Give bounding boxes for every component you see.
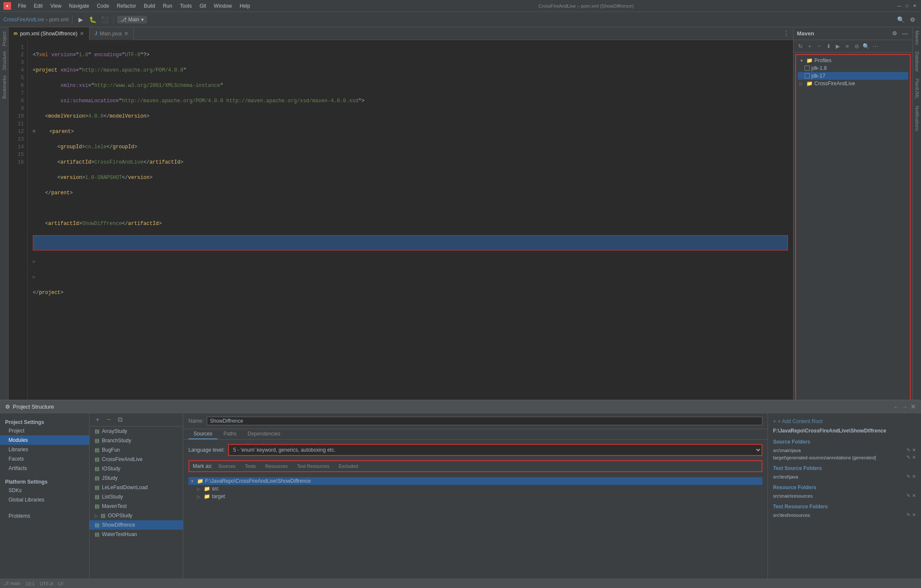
dialog-nav-forward[interactable]: → — [902, 404, 908, 410]
nav-global-libraries[interactable]: Global Libraries — [0, 495, 89, 504]
menu-navigate[interactable]: Navigate — [66, 2, 93, 10]
maven-more-icon[interactable]: ⋯ — [871, 42, 880, 50]
name-input[interactable] — [207, 417, 762, 425]
maven-crossfire-item[interactable]: ▷ 📁 CrossFireAndLive — [798, 80, 908, 87]
dialog-close-button[interactable]: ✕ — [910, 403, 916, 411]
mark-resources-button[interactable]: Resources — [262, 463, 291, 470]
nav-artifacts[interactable]: Artifacts — [0, 464, 89, 473]
module-crossfire[interactable]: ▤ CrossFireAndLive — [90, 455, 183, 464]
menu-refactor[interactable]: Refactor — [113, 2, 139, 10]
menu-run[interactable]: Run — [159, 2, 176, 10]
module-oop-study[interactable]: ▷ ▤ OOPStudy — [90, 511, 183, 520]
module-bug-fun[interactable]: ▤ BugFun — [90, 445, 183, 455]
menu-view[interactable]: View — [47, 2, 65, 10]
menu-window[interactable]: Window — [210, 2, 235, 10]
menu-file[interactable]: File — [14, 2, 29, 10]
minimize-button[interactable]: — — [896, 3, 902, 9]
jdk17-checkbox[interactable] — [805, 73, 810, 78]
right-tab-plantuml[interactable]: PlantUML — [913, 75, 921, 102]
nav-problems[interactable]: Problems — [0, 511, 89, 521]
root-folder-row[interactable]: ▼ 📁 F:\JavaRepo\CrossFireAndLive\ShowDif… — [188, 477, 762, 485]
menu-tools[interactable]: Tools — [177, 2, 195, 10]
nav-modules[interactable]: Modules — [0, 435, 89, 445]
mark-tests-button[interactable]: Tests — [241, 463, 259, 470]
module-array-study[interactable]: ▤ ArrayStudy — [90, 427, 183, 436]
project-tab[interactable]: Project — [0, 29, 9, 49]
maximize-button[interactable]: □ — [904, 3, 910, 9]
maven-run-icon[interactable]: ▶ — [834, 42, 842, 50]
maven-add-icon[interactable]: + — [805, 42, 814, 50]
maven-jdk17-item[interactable]: jdk-17 — [798, 72, 908, 80]
module-maven-test[interactable]: ▤ MavenTest — [90, 502, 183, 511]
maven-jdk18-item[interactable]: jdk-1.8 — [798, 64, 908, 72]
edit-test-resource-path-1[interactable]: ✎ — [907, 512, 910, 518]
remove-test-resource-path-1[interactable]: ✕ — [912, 512, 916, 518]
maven-search-icon[interactable]: 🔍 — [862, 42, 870, 50]
module-water-text[interactable]: ▤ WaterTextHuan — [90, 530, 183, 539]
language-level-select[interactable]: 5 - 'enum' keyword, generics, autoboxing… — [229, 445, 762, 455]
maven-download-icon[interactable]: ⬇ — [824, 42, 833, 50]
structure-tab[interactable]: Structure — [0, 49, 9, 73]
settings-button[interactable]: ⚙ — [907, 14, 918, 25]
bookmarks-tab[interactable]: Bookmarks — [0, 73, 9, 101]
maven-minimize-icon[interactable]: — — [901, 29, 909, 38]
nav-sdks[interactable]: SDKs — [0, 486, 89, 495]
maven-skip-icon[interactable]: ⊘ — [852, 42, 861, 50]
tab-dependencies[interactable]: Dependencies — [243, 429, 286, 439]
close-button[interactable]: ✕ — [912, 3, 918, 9]
maven-remove-icon[interactable]: − — [815, 42, 823, 50]
nav-project[interactable]: Project — [0, 426, 89, 435]
add-content-root-button[interactable]: + + Add Content Root — [773, 418, 916, 424]
stop-button[interactable]: ⬛ — [100, 14, 110, 25]
menu-git[interactable]: Git — [196, 2, 209, 10]
branch-selector[interactable]: ⎇ Main ▾ — [117, 16, 147, 23]
remove-source-path-1[interactable]: ✕ — [912, 447, 916, 453]
mark-test-resources-button[interactable]: Test Resources — [294, 463, 333, 470]
module-branch-study[interactable]: ▤ BranchStudy — [90, 436, 183, 445]
module-list-study[interactable]: ▤ ListStudy — [90, 492, 183, 502]
maven-refresh-icon[interactable]: ↻ — [796, 42, 805, 50]
maven-lifecycle-icon[interactable]: ≡ — [843, 42, 851, 50]
menu-build[interactable]: Build — [140, 2, 159, 10]
tab-more-button[interactable]: ⋮ — [779, 29, 793, 37]
module-j-study[interactable]: ▤ JStudy — [90, 473, 183, 483]
jdk18-checkbox[interactable] — [805, 66, 810, 71]
module-io-study[interactable]: ▤ IOStudy — [90, 464, 183, 473]
tab-pom-close[interactable]: ✕ — [80, 31, 84, 37]
module-show-diffrence[interactable]: ▤ ShowDiffrence — [90, 520, 183, 530]
search-everywhere-button[interactable]: 🔍 — [895, 14, 906, 25]
right-tab-notifications[interactable]: Notifications — [913, 102, 921, 135]
menu-edit[interactable]: Edit — [30, 2, 46, 10]
run-button[interactable]: ▶ — [76, 14, 86, 25]
modules-remove-button[interactable]: − — [104, 415, 113, 424]
modules-add-button[interactable]: + — [93, 415, 102, 424]
right-tab-database[interactable]: Database — [913, 48, 921, 75]
modules-copy-button[interactable]: ⧉ — [115, 415, 125, 424]
tab-main-java[interactable]: J Main.java ✕ — [90, 27, 134, 40]
remove-source-path-2[interactable]: ✕ — [912, 455, 916, 460]
tab-sources[interactable]: Sources — [188, 429, 217, 439]
edit-source-path-1[interactable]: ✎ — [907, 447, 910, 453]
target-folder-row[interactable]: ▷ 📁 target — [188, 493, 762, 500]
tab-paths[interactable]: Paths — [218, 429, 242, 439]
debug-button[interactable]: 🐛 — [88, 14, 98, 25]
module-lele-fast[interactable]: ▤ LeLeFastDownLoad — [90, 483, 183, 492]
src-folder-row[interactable]: ▷ 📁 src — [188, 485, 762, 493]
edit-resource-path-1[interactable]: ✎ — [907, 493, 910, 499]
maven-profiles-item[interactable]: ▼ 📁 Profiles — [798, 57, 908, 64]
right-tab-maven[interactable]: Maven — [913, 27, 921, 48]
maven-settings-icon[interactable]: ⚙ — [890, 29, 899, 38]
edit-test-source-path-1[interactable]: ✎ — [907, 474, 910, 479]
remove-resource-path-1[interactable]: ✕ — [912, 493, 916, 499]
remove-test-source-path-1[interactable]: ✕ — [912, 474, 916, 479]
nav-facets[interactable]: Facets — [0, 454, 89, 464]
mark-excluded-button[interactable]: Excluded — [335, 463, 361, 470]
tab-pom-xml[interactable]: m pom.xml (ShowDiffrence) ✕ — [9, 27, 90, 40]
dialog-nav-back[interactable]: ← — [893, 404, 899, 410]
nav-libraries[interactable]: Libraries — [0, 445, 89, 454]
edit-source-path-2[interactable]: ✎ — [907, 455, 910, 460]
mark-sources-button[interactable]: Sources — [215, 463, 239, 470]
menu-code[interactable]: Code — [93, 2, 113, 10]
tab-java-close[interactable]: ✕ — [124, 31, 128, 37]
menu-help[interactable]: Help — [236, 2, 254, 10]
